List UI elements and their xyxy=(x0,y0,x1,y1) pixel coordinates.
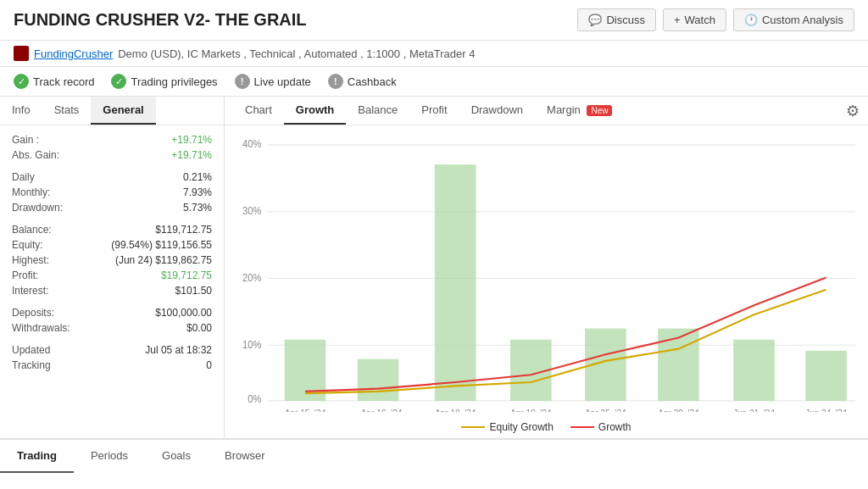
broker-logo xyxy=(14,46,29,61)
right-panel: Chart Growth Balance Profit Drawdown Mar… xyxy=(225,97,868,438)
chart-tab-chart[interactable]: Chart xyxy=(233,97,284,125)
svg-text:40%: 40% xyxy=(242,139,261,149)
stat-row-deposits: Deposits: $100,000.00 xyxy=(12,307,212,319)
track-record-label: Track record xyxy=(33,75,94,88)
profit-label: Profit: xyxy=(12,270,38,281)
badge-live-update: ! Live update xyxy=(235,74,311,89)
equity-growth-label: Equity Growth xyxy=(489,421,553,433)
updated-value: Jul 05 at 18:32 xyxy=(145,344,212,356)
growth-line xyxy=(570,426,594,428)
info-icon-live-update: ! xyxy=(235,74,250,89)
gain-value: +19.71% xyxy=(171,134,212,146)
bottom-tab-browser[interactable]: Browser xyxy=(208,440,282,473)
system-description: Demo (USD), IC Markets , Technical , Aut… xyxy=(118,47,475,60)
balance-value: $119,712.75 xyxy=(155,224,212,236)
drawdown-value: 5.73% xyxy=(183,202,212,214)
main-content: Info Stats General Gain : +19.71% Abs. G… xyxy=(0,97,868,438)
svg-text:Apr 16, '24: Apr 16, '24 xyxy=(361,408,403,412)
system-name-link[interactable]: FundingCrusher xyxy=(34,47,113,60)
stat-row-equity: Equity: (99.54%) $119,156.55 xyxy=(12,239,212,251)
chart-tab-growth[interactable]: Growth xyxy=(284,97,347,125)
chart-tab-balance[interactable]: Balance xyxy=(346,97,409,125)
badge-trading-privileges: ✓ Trading privileges xyxy=(111,74,217,89)
badge-cashback: ! Cashback xyxy=(328,74,397,89)
chart-area: 40% 30% 20% 10% 0% xyxy=(225,125,868,416)
custom-analysis-button[interactable]: 🕐 Custom Analysis xyxy=(733,8,854,31)
left-panel: Info Stats General Gain : +19.71% Abs. G… xyxy=(0,97,225,438)
updated-label: Updated xyxy=(12,344,50,356)
svg-text:30%: 30% xyxy=(242,206,261,216)
monthly-value: 7.93% xyxy=(183,186,212,198)
svg-rect-11 xyxy=(358,359,399,401)
page: FUNDING CRUSHER V2- THE GRAIL 💬 Discuss … xyxy=(0,0,868,489)
svg-rect-17 xyxy=(805,351,847,401)
chart-legend: Equity Growth Growth xyxy=(225,416,868,438)
header: FUNDING CRUSHER V2- THE GRAIL 💬 Discuss … xyxy=(0,0,868,41)
svg-text:Apr 25, '24: Apr 25, '24 xyxy=(585,408,626,412)
stat-row-monthly: Monthly: 7.93% xyxy=(12,186,212,198)
left-tab-bar: Info Stats General xyxy=(0,97,224,125)
filter-icon[interactable]: ⚙ xyxy=(846,102,860,120)
chart-tabs: Chart Growth Balance Profit Drawdown Mar… xyxy=(233,97,624,125)
svg-text:Apr 15, '24: Apr 15, '24 xyxy=(285,408,326,412)
system-info: FundingCrusher Demo (USD), IC Markets , … xyxy=(0,41,868,67)
stats-content: Gain : +19.71% Abs. Gain: +19.71% Daily … xyxy=(0,125,224,383)
equity-value: (99.54%) $119,156.55 xyxy=(111,239,212,251)
bottom-tab-periods[interactable]: Periods xyxy=(74,440,145,473)
svg-rect-15 xyxy=(658,329,699,401)
profit-value: $19,712.75 xyxy=(161,270,212,281)
plus-icon: + xyxy=(674,14,681,26)
abs-gain-value: +19.71% xyxy=(171,149,212,161)
svg-text:Apr 18, '24: Apr 18, '24 xyxy=(435,408,476,412)
equity-label: Equity: xyxy=(12,239,43,251)
tab-info[interactable]: Info xyxy=(0,97,42,125)
info-icon-cashback: ! xyxy=(328,74,343,89)
abs-gain-label: Abs. Gain: xyxy=(12,149,59,161)
clock-icon: 🕐 xyxy=(744,14,758,26)
daily-label: Daily xyxy=(12,171,35,183)
new-badge: New xyxy=(587,105,612,116)
live-update-label: Live update xyxy=(254,75,311,88)
highest-value: (Jun 24) $119,862.75 xyxy=(115,254,212,266)
svg-rect-16 xyxy=(733,340,775,401)
tab-stats[interactable]: Stats xyxy=(42,97,92,125)
stat-row-interest: Interest: $101.50 xyxy=(12,285,212,297)
stat-row-highest: Highest: (Jun 24) $119,862.75 xyxy=(12,254,212,266)
monthly-label: Monthly: xyxy=(12,186,50,198)
interest-value: $101.50 xyxy=(175,285,212,297)
stat-row-withdrawals: Withdrawals: $0.00 xyxy=(12,322,212,334)
chart-tab-margin[interactable]: Margin New xyxy=(535,97,624,125)
watch-button[interactable]: + Watch xyxy=(663,8,726,31)
highest-label: Highest: xyxy=(12,254,49,266)
tab-general[interactable]: General xyxy=(91,97,155,125)
svg-text:Apr 29, '24: Apr 29, '24 xyxy=(658,408,699,412)
daily-value: 0.21% xyxy=(183,171,212,183)
discuss-icon: 💬 xyxy=(588,14,602,26)
legend-equity-growth: Equity Growth xyxy=(461,421,553,433)
check-icon-track-record: ✓ xyxy=(14,74,29,89)
chart-tab-profit[interactable]: Profit xyxy=(409,97,459,125)
balance-label: Balance: xyxy=(12,224,52,236)
drawdown-label: Drawdown: xyxy=(12,202,63,214)
svg-text:10%: 10% xyxy=(242,339,261,349)
svg-rect-12 xyxy=(435,164,476,401)
chart-tab-drawdown[interactable]: Drawdown xyxy=(459,97,535,125)
bottom-tab-goals[interactable]: Goals xyxy=(145,440,208,473)
badge-track-record: ✓ Track record xyxy=(14,74,94,89)
growth-label: Growth xyxy=(598,421,632,433)
interest-label: Interest: xyxy=(12,285,48,297)
check-icon-trading-privileges: ✓ xyxy=(111,74,126,89)
svg-text:20%: 20% xyxy=(242,272,261,282)
cashback-label: Cashback xyxy=(348,75,397,88)
header-actions: 💬 Discuss + Watch 🕐 Custom Analysis xyxy=(577,8,854,31)
stat-row-abs-gain: Abs. Gain: +19.71% xyxy=(12,149,212,161)
stat-row-updated: Updated Jul 05 at 18:32 xyxy=(12,344,212,356)
bottom-tabs: Trading Periods Goals Browser xyxy=(0,438,868,473)
deposits-label: Deposits: xyxy=(12,307,54,319)
svg-text:0%: 0% xyxy=(248,394,261,404)
bottom-tab-trading[interactable]: Trading xyxy=(0,440,74,473)
discuss-button[interactable]: 💬 Discuss xyxy=(577,8,656,31)
badges-row: ✓ Track record ✓ Trading privileges ! Li… xyxy=(0,67,868,97)
chart-tab-bar: Chart Growth Balance Profit Drawdown Mar… xyxy=(225,97,868,125)
stat-row-profit: Profit: $19,712.75 xyxy=(12,270,212,281)
